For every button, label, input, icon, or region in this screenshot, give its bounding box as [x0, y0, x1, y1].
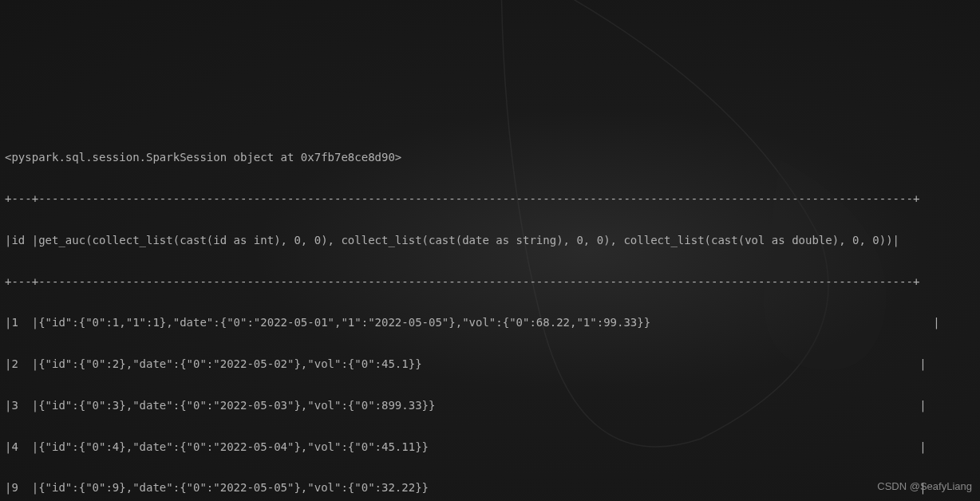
session-object-line: <pyspark.sql.session.SparkSession object… — [5, 148, 975, 168]
table-border-top: +---+-----------------------------------… — [5, 189, 975, 210]
watermark: CSDN @SeafyLiang — [877, 477, 972, 496]
table-row: |2 |{"id":{"0":2},"date":{"0":"2022-05-0… — [5, 354, 975, 375]
table-row: |9 |{"id":{"0":9},"date":{"0":"2022-05-0… — [5, 478, 975, 499]
terminal-output: <pyspark.sql.session.SparkSession object… — [5, 127, 975, 501]
table-row: |4 |{"id":{"0":4},"date":{"0":"2022-05-0… — [5, 437, 975, 458]
table-header-row: |id |get_auc(collect_list(cast(id as int… — [5, 231, 975, 251]
table-row: |1 |{"id":{"0":1,"1":1},"date":{"0":"202… — [5, 313, 975, 333]
table-border-mid: +---+-----------------------------------… — [5, 272, 975, 293]
table-row: |3 |{"id":{"0":3},"date":{"0":"2022-05-0… — [5, 396, 975, 416]
